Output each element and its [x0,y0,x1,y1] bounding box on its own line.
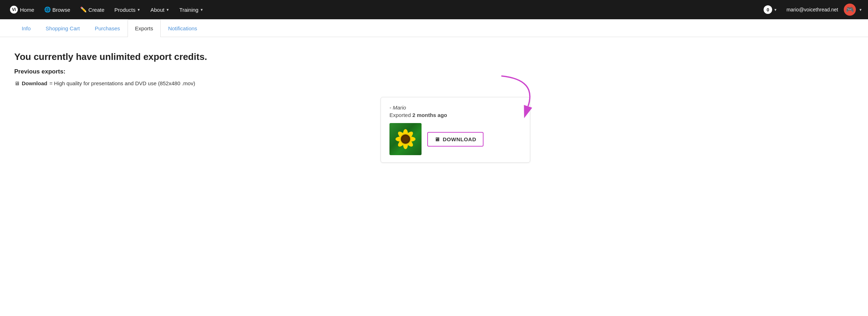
export-card-wrapper: - Mario Exported 2 months ago [57,97,854,163]
products-nav-item[interactable]: Products ▼ [110,4,145,16]
training-nav-item[interactable]: Training ▼ [175,4,208,16]
tab-shopping-cart[interactable]: Shopping Cart [38,19,87,37]
export-desc-bold: Download [22,80,47,86]
browse-nav-item[interactable]: 🌐 Browse [40,4,74,16]
avatar[interactable]: 🎮 [844,4,856,16]
export-card: - Mario Exported 2 months ago [381,97,530,163]
card-bottom: 🖥 DOWNLOAD [389,123,521,155]
create-nav-item[interactable]: ✏️ Create [76,4,109,16]
export-thumbnail [389,123,422,155]
monitor-icon: 🖥 [14,80,20,86]
tab-info[interactable]: Info [14,19,38,37]
export-desc-text: = High quality for presentations and DVD… [50,80,195,86]
badge-dropdown-arrow: ▼ [774,8,777,12]
about-dropdown-arrow: ▼ [166,8,169,12]
topnav-right: 0 ▼ mario@voicethread.net 🎮 ▼ [760,3,862,16]
exported-text: Exported [389,112,412,118]
about-label: About [150,7,164,13]
globe-icon: 🌐 [44,6,51,13]
tab-exports[interactable]: Exports [128,19,161,37]
card-exported: Exported 2 months ago [389,112,521,118]
download-monitor-icon: 🖥 [434,136,440,142]
products-dropdown-arrow: ▼ [137,8,140,12]
card-user: - Mario [389,105,521,111]
notifications-badge[interactable]: 0 ▼ [760,3,781,16]
training-dropdown-arrow: ▼ [200,8,203,12]
avatar-emoji: 🎮 [846,6,854,14]
create-label: Create [88,7,104,13]
browse-label: Browse [52,7,70,13]
page-title: You currently have unlimited export cred… [14,51,854,62]
topnav-left: Vi Home 🌐 Browse ✏️ Create Products ▼ Ab… [6,3,760,16]
tab-notifications[interactable]: Notifications [161,19,205,37]
tabs-section: Info Shopping Cart Purchases Exports Not… [0,19,868,37]
previous-exports-heading: Previous exports: [14,68,854,75]
download-button[interactable]: 🖥 DOWNLOAD [427,132,484,147]
logo-icon: Vi [10,6,18,14]
products-label: Products [114,7,135,13]
tab-purchases[interactable]: Purchases [87,19,128,37]
pencil-icon: ✏️ [80,6,87,13]
export-description: 🖥 Download = High quality for presentati… [14,80,854,86]
about-nav-item[interactable]: About ▼ [146,4,174,16]
training-label: Training [179,7,198,13]
home-nav-item[interactable]: Vi Home [6,3,38,16]
badge-count: 0 [764,5,772,14]
main-content: You currently have unlimited export cred… [0,37,868,177]
top-navigation: Vi Home 🌐 Browse ✏️ Create Products ▼ Ab… [0,0,868,19]
exported-time: 2 months ago [412,112,447,118]
avatar-dropdown-arrow[interactable]: ▼ [859,8,862,12]
home-label: Home [20,7,34,13]
user-email[interactable]: mario@voicethread.net [784,7,841,12]
download-label: DOWNLOAD [443,136,476,142]
